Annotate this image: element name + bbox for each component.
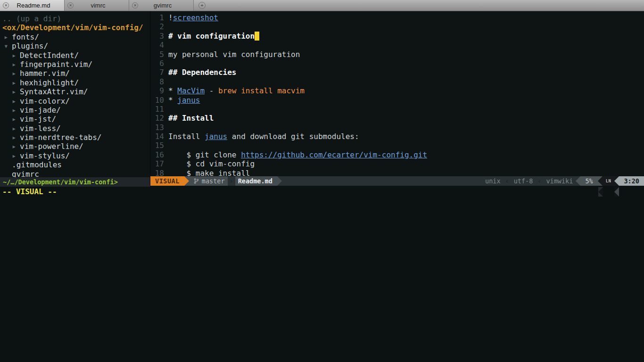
code-text [168,105,644,114]
line-number: 8 [150,77,168,86]
code-text [168,77,644,86]
code-line: 4 [150,41,644,49]
tree-file-label: gvimrc [12,170,39,177]
tree-dir-label: vim-less/ [20,124,61,133]
file-format: unix [482,176,504,186]
tab-bar: ✕Readme.md✕vimrc✕gvimrc + [0,0,644,11]
tree-dir-label: fingerpaint.vim/ [20,60,92,69]
tree-dir-label: vim-nerdtree-tabs/ [20,133,101,142]
tree-item-hammer.vim-[interactable]: ▸hammer.vim/ [0,69,150,78]
statusline-active: VISUAL master › Readme.md unix ‹ utf-8 ‹… [150,176,644,186]
thin-separator-icon: ‹ [536,176,543,186]
powerline-arrow-icon [614,176,619,186]
code-text: ## Install [168,114,644,123]
powerline-arrow-icon [614,187,619,197]
line-number: 6 [150,59,168,68]
tree-dir-label: SyntaxAttr.vim/ [20,87,88,96]
macvim-window: ✕Readme.md✕vimrc✕gvimrc + .. (up a dir)<… [0,0,644,362]
command-line: -- VISUAL -- [0,187,644,362]
code-line: 12## Install [150,114,644,123]
close-tab-icon[interactable]: ✕ [67,2,74,8]
tree-item-vim-nerdtree-tabs-[interactable]: ▸vim-nerdtree-tabs/ [0,133,150,142]
git-branch: master [189,176,228,186]
line-number: 3 [150,32,168,41]
code-token: * [168,86,177,95]
tree-item-plugins-[interactable]: ▾plugins/ [0,41,150,50]
tree-item-fingerpaint.vim-[interactable]: ▸fingerpaint.vim/ [0,60,150,69]
code-token: brew install macvim [218,86,305,95]
editor-window-readme[interactable]: 1!screenshot23# vim configuration 45my p… [150,11,644,176]
tree-item-.gitmodules[interactable]: .gitmodules [0,160,150,169]
tree-dir-label: DetectIndent/ [20,51,79,60]
chevron-down-icon: ▾ [4,41,12,50]
code-text: $ git clone https://github.com/ecarter/v… [168,150,644,159]
tab-readme.md[interactable]: ✕Readme.md [0,0,65,11]
tree-item-vim-jade-[interactable]: ▸vim-jade/ [0,106,150,115]
nerdtree-panel: .. (up a dir)<ox/Development/vim/vim-con… [0,11,150,187]
statusline-spacer [282,176,482,186]
powerline-arrow-icon [277,176,282,186]
tree-item-..-up-a-dir-[interactable]: .. (up a dir) [0,14,150,23]
tree-item-vim-less-[interactable]: ▸vim-less/ [0,124,150,133]
tree-item--ox-development-vim-vim-config-[interactable]: <ox/Development/vim/vim-config/ [0,23,150,32]
code-token: janus [177,96,200,105]
tab-strip: ✕Readme.md✕vimrc✕gvimrc [0,0,194,11]
chevron-right-icon: ▸ [12,51,20,60]
code-line: 18 $ make install [150,169,644,176]
filename: Readme.md [235,176,277,186]
code-line: 11 [150,105,644,114]
tree-dir-label: vim-jst/ [20,115,56,123]
close-tab-icon[interactable]: ✕ [3,2,9,8]
line-number: 2 [150,22,168,31]
tree-item-hexhighlight-[interactable]: ▸hexhighlight/ [0,78,150,87]
tree-dir-label: vim-stylus/ [20,151,70,160]
editor-column: 1!screenshot23# vim configuration 45my p… [150,11,644,187]
code-line: 15 [150,141,644,150]
code-text: !screenshot [168,13,644,22]
tree-dir-label: hammer.vim/ [20,69,70,78]
new-tab-button[interactable]: + [198,2,206,9]
chevron-right-icon: ▸ [12,151,20,160]
chevron-right-icon: ▸ [12,78,20,87]
line-number: 4 [150,41,168,49]
code-line: 2 [150,22,644,31]
code-token: $ cd vim-config [168,159,255,168]
tree-item-vim-jst-[interactable]: ▸vim-jst/ [0,115,150,123]
close-tab-icon[interactable]: ✕ [132,2,138,8]
code-text: my personal vim configuration [168,50,644,59]
line-number: 1 [150,13,168,22]
tree-file-label: <ox/Development/vim/vim-config/ [2,23,143,32]
code-line: 6 [150,59,644,68]
chevron-right-icon: ▸ [12,97,20,106]
tree-item-syntaxattr.vim-[interactable]: ▸SyntaxAttr.vim/ [0,87,150,96]
code-text: ## Dependencies [168,68,644,77]
tree-file-label: .gitmodules [12,160,62,169]
chevron-right-icon: ▸ [12,69,20,78]
code-text: Install janus and download git submodule… [168,132,644,141]
thin-separator-icon: ‹ [504,176,511,186]
tree-dir-label: plugins/ [12,41,48,50]
code-line: 13 [150,123,644,132]
tree-item-vim-colorx-[interactable]: ▸vim-colorx/ [0,97,150,106]
code-line: 3# vim configuration [150,32,644,41]
code-text: $ make install [168,169,644,176]
code-token: ## Install [168,114,214,123]
code-token: janus [205,132,227,141]
tree-item-vim-powerline-[interactable]: ▸vim-powerline/ [0,142,150,151]
tab-label: vimrc [76,2,120,9]
line-number: 10 [150,96,168,105]
thin-separator-icon: › [228,176,235,186]
code-text: $ cd vim-config [168,159,644,168]
tree-item-fonts-[interactable]: ▸fonts/ [0,33,150,41]
code-text [168,59,644,68]
tab-vimrc[interactable]: ✕vimrc [65,0,129,11]
tree-item-gvimrc[interactable]: gvimrc [0,170,150,177]
code-line: 1!screenshot [150,13,644,22]
tree-item-vim-stylus-[interactable]: ▸vim-stylus/ [0,151,150,160]
tree-path: ~/…/Development/vim/vim-confi> [3,178,118,186]
line-number: 17 [150,159,168,168]
tree-item-detectindent-[interactable]: ▸DetectIndent/ [0,51,150,60]
line-number-icon: LN [603,176,615,186]
file-tree[interactable]: .. (up a dir)<ox/Development/vim/vim-con… [0,11,150,177]
tab-gvimrc[interactable]: ✕gvimrc [129,0,194,11]
